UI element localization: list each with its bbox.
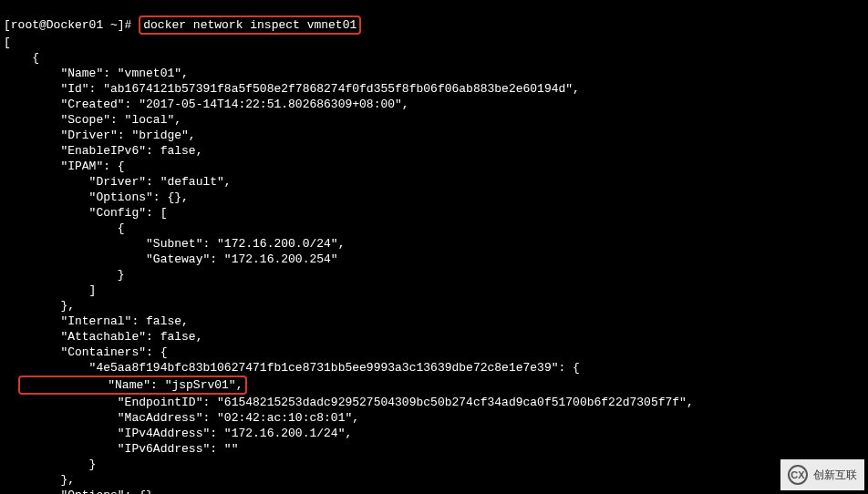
terminal-output: [root@Docker01 ~]# docker network inspec…	[0, 0, 868, 494]
container-name-highlight: "Name": "jspSrv01",	[18, 376, 248, 395]
shell-prompt: [root@Docker01 ~]#	[4, 18, 139, 32]
out-l02: "Name": "vmnet01",	[4, 67, 189, 80]
out-l14: "Gateway": "172.16.200.254"	[4, 252, 338, 266]
watermark: CX 创新互联	[780, 459, 864, 490]
out-l20: "Containers": {	[4, 345, 167, 359]
out-l18: "Internal": false,	[4, 314, 189, 328]
out-l13: "Subnet": "172.16.200.0/24",	[4, 237, 345, 251]
watermark-logo-icon: CX	[788, 465, 808, 485]
out-l25: "IPv4Address": "172.16.200.1/24",	[4, 427, 352, 440]
out-l26: "IPv6Address": ""	[4, 442, 238, 456]
out-l15: }	[4, 268, 125, 282]
out-l00: [	[4, 36, 11, 49]
out-l04: "Created": "2017-05-14T14:22:51.80268630…	[4, 98, 409, 111]
watermark-text: 创新互联	[813, 468, 857, 483]
out-l17: },	[4, 299, 75, 313]
out-l09: "Driver": "default",	[4, 175, 232, 189]
out-l12: {	[4, 221, 125, 235]
out-l24: "MacAddress": "02:42:ac:10:c8:01",	[4, 411, 359, 425]
out-l28: },	[4, 473, 75, 487]
container-name-line: "Name": "jspSrv01",	[23, 378, 243, 392]
out-l05: "Scope": "local",	[4, 113, 181, 127]
out-l21: "4e5aa8f194bfc83b10627471fb1ce8731bb5ee9…	[4, 361, 580, 375]
out-l29: "Options": {},	[4, 489, 160, 494]
out-l07: "EnableIPv6": false,	[4, 144, 202, 158]
command-highlight: docker network inspect vmnet01	[139, 15, 361, 35]
out-l03: "Id": "ab1674121b57391f8a5f508e2f7868274…	[4, 82, 580, 96]
out-l11: "Config": [	[4, 206, 167, 220]
out-l06: "Driver": "bridge",	[4, 129, 196, 142]
out-l23: "EndpointID": "61548215253dadc9295275043…	[4, 396, 694, 409]
out-l16: ]	[4, 283, 96, 297]
out-l27: }	[4, 458, 96, 471]
command-text: docker network inspect vmnet01	[143, 18, 356, 32]
out-l08: "IPAM": {	[4, 160, 125, 173]
out-l10: "Options": {},	[4, 190, 189, 204]
out-l01: {	[4, 51, 39, 65]
out-l19: "Attachable": false,	[4, 330, 202, 344]
